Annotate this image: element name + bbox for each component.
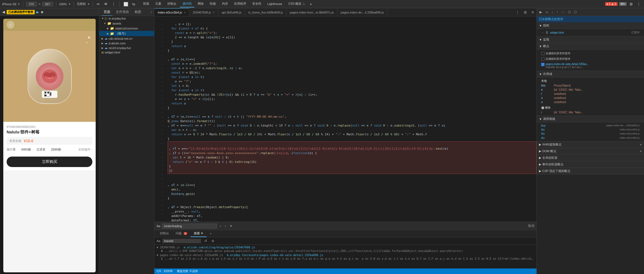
step-over-btn[interactable]: ⤼ — [544, 10, 549, 15]
dont-pause-exceptions-btn[interactable]: ⬡ — [573, 10, 578, 15]
resume-execution-btn[interactable]: ▶ — [538, 10, 543, 15]
find-next-btn[interactable]: › — [224, 224, 227, 229]
file-tree-toolbar: 页面 文件系统 截图 › — [99, 8, 154, 16]
code-tab-ic-home[interactable]: ic_home_ifun.b08b4b5f.js — [245, 8, 286, 16]
eye-icon[interactable]: 👁 — [103, 1, 109, 7]
devtools-more-icon[interactable]: ⋮ — [636, 1, 642, 7]
device-dropdown-icon[interactable]: ▼ — [18, 3, 20, 6]
tab-lighthouse[interactable]: Lighthouse — [265, 1, 285, 7]
svg-rect-4 — [45, 92, 46, 93]
constraint-dropdown-icon[interactable]: ▼ — [87, 3, 90, 6]
file-tree-more-btn[interactable]: › — [151, 10, 152, 14]
add-tab-btn[interactable]: + — [308, 1, 313, 7]
callstack-fn-an-1: An — [541, 128, 544, 131]
section-callstack[interactable]: ▼ 调用堆栈 — [537, 116, 644, 122]
toggle-icon[interactable]: ⇆ — [131, 1, 136, 7]
console-search-input[interactable] — [162, 239, 201, 243]
console-entry-2-path[interactable]: m.eryday.fun/assets/pages-index-de-sale-… — [227, 254, 323, 257]
callstack-item-an-1[interactable]: An index-e0ccc5b4.js — [539, 128, 642, 132]
callstack-item-buy[interactable]: buy pages-index-de-...335ba890.js — [539, 123, 642, 128]
section-scope[interactable]: ▼ 作用域 — [537, 71, 644, 77]
deactivate-breakpoints-btn[interactable]: ⬡ — [567, 10, 572, 15]
tree-item-widget[interactable]: ⊞ widget.html — [99, 50, 154, 55]
more-icon[interactable]: ⋮ — [111, 1, 117, 7]
step-out-btn[interactable]: ↑ — [555, 10, 559, 15]
file-tree-tab-page[interactable]: 页面 — [101, 9, 112, 16]
dom-add-btn[interactable]: + — [640, 149, 642, 153]
close-all-tabs-btn[interactable]: ✕ — [529, 8, 536, 16]
code-tab-pages-index-hom[interactable]: pages-index-hom...er.88ef5f7c.js — [286, 8, 337, 16]
console-tab-problems[interactable]: 问题 1 — [172, 230, 190, 237]
code-editor[interactable]: ----- ----- ----- ----- ----- ----- ----… — [154, 17, 536, 222]
code-tab-pages-index-de[interactable]: pages-index-de-...il.335ba890.js — [337, 8, 388, 16]
console-search-clear-btn[interactable]: ⊘ — [210, 238, 215, 243]
tree-item-assets[interactable]: ▼ 📁 assets — [99, 21, 154, 26]
step-over-btn[interactable]: ⏺ — [41, 10, 44, 14]
tree-item-alicdn[interactable]: ▶ ☁ d.alicdn.com — [99, 41, 154, 45]
screenshot-icon[interactable]: ⬜ — [122, 1, 129, 7]
find-close-btn[interactable]: ✕ — [229, 224, 234, 229]
tab-security[interactable]: 安全性 — [249, 1, 264, 7]
back-debugger-btn[interactable]: ◀ — [2, 10, 5, 14]
code-tab-api[interactable]: api.3bf1af49.js — [218, 8, 245, 16]
code-tab-index[interactable]: index-e0ccc5b4.js ✕ — [154, 8, 189, 16]
tab-shuang[interactable]: 双视 — [140, 1, 152, 7]
tree-item-exercise[interactable]: ▶ 📁 （练习） — [99, 31, 154, 36]
find-input[interactable] — [162, 224, 217, 229]
tab-elements[interactable]: 元素 — [152, 1, 164, 7]
console-tab-add[interactable]: + — [206, 231, 215, 237]
constraint-label: 无限制 — [77, 2, 86, 6]
tree-item-res10[interactable]: ▶ ☁ res10.eryday.fun — [99, 45, 154, 50]
bp-checkbox-catch[interactable] — [541, 52, 544, 55]
all-numbers-link[interactable]: 全部编号 › — [78, 147, 92, 152]
console-tab-console[interactable]: 控制台 — [157, 230, 172, 237]
code-content[interactable]: , o = {}; for (const r of n) { const e =… — [165, 17, 536, 222]
xhr-add-btn[interactable]: + — [640, 143, 642, 147]
tab-console[interactable]: 控制台 — [165, 1, 179, 7]
height-input[interactable] — [42, 2, 53, 6]
step-btn[interactable]: → — [560, 10, 566, 15]
file-tree-tab-screenshot[interactable]: 截图 — [132, 9, 143, 15]
bp-checkbox-pages[interactable] — [541, 63, 544, 66]
section-global-listeners[interactable]: ▶ 全局侦听器 — [537, 155, 644, 161]
tab-css[interactable]: CSS 概述 △ — [286, 1, 308, 7]
tab-network[interactable]: 网络 — [195, 1, 206, 7]
section-thread[interactable]: ▼ 线程 — [537, 22, 644, 29]
console-search-refresh-btn[interactable]: ↺ — [203, 238, 208, 243]
phone-back-button[interactable]: ← — [7, 21, 14, 29]
tab-memory[interactable]: 内存 — [219, 1, 231, 7]
find-prev-btn[interactable]: ‹ — [219, 224, 222, 229]
split-editor-btn[interactable]: ⊞ — [522, 8, 529, 16]
pencil-icon[interactable]: ✏ — [96, 1, 101, 7]
width-input[interactable] — [26, 2, 37, 6]
resume-btn[interactable]: ▶ — [36, 10, 39, 14]
section-breakpoints[interactable]: ▼ 断点 — [537, 43, 644, 50]
code-tabs-more-btn[interactable]: ⋮ — [514, 8, 522, 16]
section-dom[interactable]: ▶ DOM 断点 + — [537, 148, 644, 155]
console-tab-search[interactable]: 搜索 ✕ — [190, 230, 206, 237]
bp-checkbox-uncatch[interactable] — [541, 57, 544, 61]
settings-icon[interactable]: ⚙ — [628, 1, 634, 7]
code-tab-203467608[interactable]: 203467608.js ✕ — [189, 8, 218, 16]
tab-performance[interactable]: 性能 — [207, 1, 219, 7]
tree-item-cdn[interactable]: ▶ ☁ cdn.dcloud.net.cn — [99, 36, 154, 41]
zoom-dropdown-icon[interactable]: ▼ — [68, 3, 71, 6]
tree-item-static[interactable]: ▶ 📁 static/ui/common — [99, 26, 154, 31]
callstack-item-an-2[interactable]: An index-e0ccc5b4.js — [539, 136, 642, 140]
section-xhr[interactable]: ▶ XHR/提取断点 + — [537, 141, 644, 148]
tab-sources[interactable]: 源代码 — [180, 1, 194, 7]
section-event-listeners[interactable]: ▶ 事件侦听器断点 — [537, 161, 644, 168]
section-csp[interactable]: ▶ CSP 违反了规则断点 — [537, 168, 644, 174]
section-watch[interactable]: ▼ 监视 — [537, 36, 644, 43]
console-entry-1-path[interactable]: m.alicdn.com/alilog/mlog/aplus/203467608… — [184, 246, 255, 249]
tree-item-root[interactable]: ▼ ▷ m.eryday.fun — [99, 16, 154, 21]
tab-application[interactable]: 应用程序 — [231, 1, 249, 7]
file-tree-tab-filesystem[interactable]: 文件系统 — [114, 9, 131, 15]
scope-closure-header: ⬤ 模块 — [539, 105, 642, 110]
tab-close-index[interactable]: ✕ — [184, 11, 186, 14]
step-into-btn[interactable]: ↓ — [550, 10, 554, 15]
tab-close-203467608[interactable]: ✕ — [213, 11, 215, 14]
buy-button[interactable]: 立即购买 — [7, 157, 92, 167]
callstack-item-rn[interactable]: Rn index-e0ccc5b4.js — [539, 132, 642, 136]
find-cancel-btn[interactable]: 取消 — [528, 224, 534, 228]
